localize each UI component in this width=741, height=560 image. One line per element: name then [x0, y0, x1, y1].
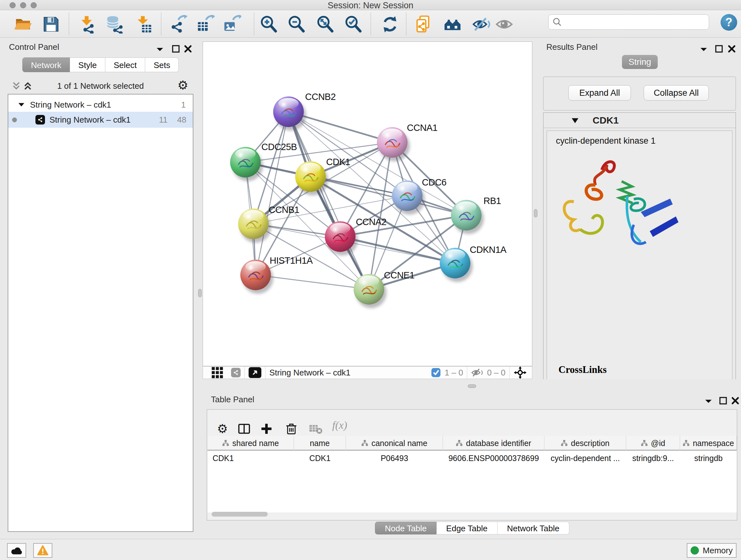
export-network-button[interactable] [168, 15, 189, 34]
export-image-button[interactable] [222, 15, 242, 34]
network-node-label-ccnb1: CCNB1 [269, 205, 299, 215]
tab-edge-table[interactable]: Edge Table [436, 522, 497, 535]
export-table-button[interactable] [195, 15, 216, 34]
right-splitter-handle[interactable] [534, 209, 537, 217]
network-node-cdc6[interactable] [392, 180, 422, 211]
import-table-button[interactable] [133, 15, 154, 34]
first-neighbors-button[interactable] [442, 15, 463, 34]
column-header-shared-name[interactable]: shared name [207, 436, 294, 450]
memory-button[interactable]: Memory [687, 543, 737, 558]
horizontal-splitter-handle[interactable] [468, 384, 476, 388]
column-header-id[interactable]: @id [626, 436, 680, 450]
entry-collapse-triangle-icon[interactable] [571, 117, 579, 124]
panel-float-icon[interactable] [718, 396, 728, 406]
network-edge[interactable] [256, 112, 288, 275]
save-session-button[interactable] [41, 15, 61, 34]
table-settings-button[interactable]: ⚙ [215, 421, 230, 436]
zoom-fit-icon [316, 15, 334, 34]
network-view-share-icon[interactable] [231, 368, 241, 377]
network-node-ccnb1[interactable] [238, 208, 269, 239]
network-edge[interactable] [340, 237, 455, 263]
column-header-canonical-name[interactable]: canonical name [346, 436, 443, 450]
column-header-description[interactable]: description [544, 436, 626, 450]
table-cell-namespace[interactable]: stringdb [680, 451, 737, 465]
open-session-button[interactable] [13, 15, 33, 34]
network-node-cdk1[interactable] [295, 161, 326, 192]
zoom-fit-button[interactable] [315, 15, 335, 34]
network-edge[interactable] [256, 275, 369, 289]
panel-menu-icon[interactable] [704, 396, 713, 406]
horizontal-splitter[interactable] [198, 379, 741, 393]
table-cell-description[interactable]: cyclin-dependent ... [544, 451, 626, 465]
node-gloss [359, 275, 379, 287]
table-cell-database-identifier[interactable]: 9606.ENSP00000378699 [443, 451, 544, 465]
import-network-icon [78, 15, 97, 34]
panel-float-icon[interactable] [714, 44, 724, 54]
show-all-button[interactable] [494, 15, 515, 34]
column-header-name[interactable]: name [294, 436, 346, 450]
zoom-selected-button[interactable] [343, 15, 363, 34]
tab-network[interactable]: Network [22, 57, 70, 72]
table-row[interactable]: CDK1CDK1P064939606.ENSP00000378699cyclin… [207, 451, 737, 465]
network-row-selected[interactable]: String Network – cdk1 11 48 [8, 112, 193, 128]
panel-menu-icon[interactable] [155, 45, 165, 54]
grid-view-icon[interactable] [211, 366, 224, 379]
panel-close-icon[interactable] [183, 44, 193, 54]
tab-style[interactable]: Style [70, 57, 105, 72]
node-gloss [445, 249, 465, 260]
left-splitter-handle[interactable] [198, 289, 202, 297]
network-node-ccna1[interactable] [377, 127, 408, 158]
network-node-ccnb2[interactable] [273, 97, 304, 127]
warnings-button[interactable] [33, 543, 52, 558]
collapse-all-button[interactable]: Collapse All [644, 85, 709, 101]
selected-checkbox-icon[interactable] [430, 367, 441, 378]
table-cell-canonical-name[interactable]: P06493 [346, 451, 443, 465]
table-cell-shared-name[interactable]: CDK1 [207, 451, 294, 465]
create-column-button[interactable] [259, 421, 274, 436]
zoom-in-icon [259, 15, 278, 34]
network-node-cdkn1a[interactable] [440, 248, 470, 278]
import-network-database-button[interactable] [105, 15, 125, 34]
delete-column-button[interactable] [284, 421, 299, 436]
network-node-cdc25b[interactable] [230, 147, 261, 178]
network-node-hist1h1a[interactable] [240, 260, 271, 290]
zoom-out-button[interactable] [286, 15, 307, 34]
network-node-ccne1[interactable] [354, 274, 384, 305]
network-canvas[interactable]: CCNB2 CCNA1 CDC25B CDK1 CDC6 RB1 CCNB1 C… [203, 42, 532, 366]
birdseye-view-icon[interactable] [249, 367, 261, 378]
string-network-badge-icon [36, 115, 45, 125]
node-gloss [300, 163, 320, 174]
column-header-database-identifier[interactable]: database identifier [443, 436, 544, 450]
zoom-in-button[interactable] [259, 15, 279, 34]
panel-close-icon[interactable] [731, 396, 740, 406]
network-collection-row[interactable]: String Network – cdk1 1 [8, 98, 193, 112]
apply-layout-button[interactable] [380, 15, 400, 34]
help-button[interactable]: ? [721, 14, 737, 30]
hidden-eye-icon[interactable] [471, 368, 484, 378]
network-node-rb1[interactable] [451, 200, 482, 231]
tab-select[interactable]: Select [105, 57, 145, 72]
tab-string[interactable]: String [622, 55, 658, 69]
panel-menu-icon[interactable] [699, 45, 709, 54]
collapse-triangle-icon[interactable] [17, 101, 25, 109]
hide-selected-button[interactable] [471, 15, 492, 34]
table-cell-id[interactable]: stringdb:9... [626, 451, 680, 465]
network-node-ccna2[interactable] [325, 221, 355, 252]
cloud-status-button[interactable] [7, 543, 26, 558]
network-options-gear-icon[interactable]: ⚙ [178, 79, 188, 91]
tab-network-table[interactable]: Network Table [497, 522, 569, 535]
entry-header[interactable]: CDK1 [543, 113, 736, 128]
panel-close-icon[interactable] [727, 44, 737, 54]
tab-node-table[interactable]: Node Table [375, 522, 436, 535]
import-network-file-button[interactable] [77, 15, 98, 34]
pan-crosshair-icon[interactable] [514, 366, 527, 379]
tab-sets[interactable]: Sets [145, 57, 179, 72]
show-columns-button[interactable] [237, 421, 252, 436]
panel-float-icon[interactable] [171, 44, 181, 54]
table-cell-name[interactable]: CDK1 [294, 451, 346, 465]
horizontal-scrollbar[interactable] [212, 512, 268, 516]
column-header-namespace[interactable]: namespace [680, 436, 737, 450]
new-network-from-selection-button[interactable] [413, 15, 434, 34]
search-input[interactable] [562, 17, 699, 27]
expand-all-button[interactable]: Expand All [568, 85, 631, 101]
